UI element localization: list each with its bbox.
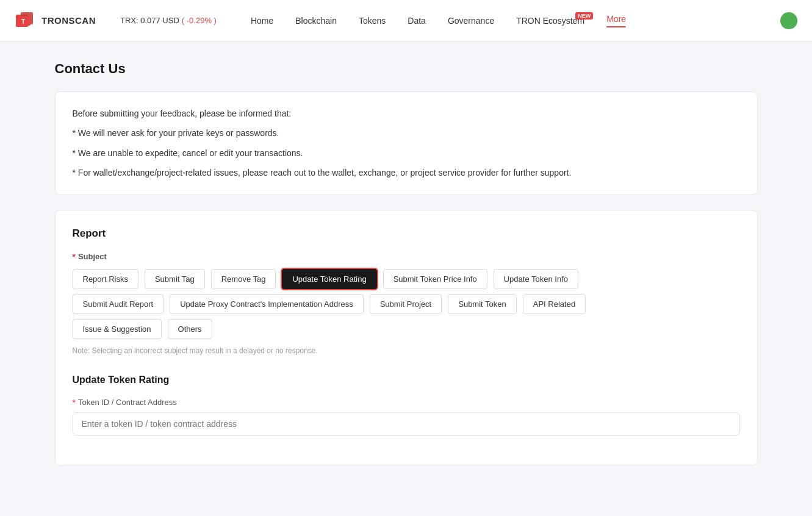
nav-governance[interactable]: Governance	[438, 11, 504, 30]
btn-submit-audit-report[interactable]: Submit Audit Report	[73, 294, 164, 314]
token-id-input[interactable]	[73, 412, 740, 435]
info-warning-2: * We are unable to expedite, cancel or e…	[73, 146, 740, 160]
subject-buttons: Report Risks Submit Tag Remove Tag Updat…	[73, 269, 740, 289]
header: T TRONSCAN TRX: 0.077 USD( -0.29% ) Home…	[0, 0, 812, 41]
new-badge: NEW	[575, 12, 593, 20]
main-nav: Home Blockchain Tokens Data Governance T…	[241, 9, 780, 32]
subject-note: Note: Selecting an incorrect subject may…	[73, 346, 740, 355]
nav-tokens[interactable]: Tokens	[349, 11, 395, 30]
btn-issue-suggestion[interactable]: Issue & Suggestion	[73, 319, 162, 339]
btn-update-proxy[interactable]: Update Proxy Contract's Implementation A…	[170, 294, 364, 314]
required-star-2: *	[73, 398, 76, 407]
token-id-field: * Token ID / Contract Address	[73, 398, 740, 435]
header-right	[780, 12, 797, 29]
nav-data[interactable]: Data	[398, 11, 436, 30]
logo-icon: T	[15, 10, 37, 32]
subject-buttons-row3: Issue & Suggestion Others	[73, 319, 740, 339]
form-section-title: Update Token Rating	[73, 374, 740, 385]
btn-api-related[interactable]: API Related	[523, 294, 586, 314]
btn-submit-tag[interactable]: Submit Tag	[145, 269, 205, 289]
main-content: Contact Us Before submitting your feedba…	[40, 41, 772, 500]
logo-area[interactable]: T TRONSCAN	[15, 10, 96, 32]
nav-blockchain[interactable]: Blockchain	[286, 11, 347, 30]
trx-price: TRX: 0.077 USD( -0.29% )	[120, 16, 217, 25]
logo-text: TRONSCAN	[41, 15, 96, 26]
subject-buttons-row2: Submit Audit Report Update Proxy Contrac…	[73, 294, 740, 314]
nav-more[interactable]: More	[597, 9, 636, 32]
info-warning-1: * We will never ask for your private key…	[73, 126, 740, 140]
btn-update-token-rating[interactable]: Update Token Rating	[282, 269, 376, 289]
info-warning-3: * For wallet/exchange/project-related is…	[73, 166, 740, 179]
btn-submit-token-price-info[interactable]: Submit Token Price Info	[383, 269, 487, 289]
form-section: Update Token Rating * Token ID / Contrac…	[73, 374, 740, 435]
btn-others[interactable]: Others	[168, 319, 212, 339]
nav-home[interactable]: Home	[241, 11, 283, 30]
required-star: *	[73, 252, 76, 262]
nav-tron-ecosystem[interactable]: TRON Ecosystem NEW	[506, 11, 594, 30]
subject-label: * Subject	[73, 252, 740, 262]
info-box: Before submitting your feedback, please …	[55, 91, 758, 195]
svg-text:T: T	[21, 18, 25, 25]
report-section-title: Report	[73, 228, 740, 240]
btn-submit-token[interactable]: Submit Token	[448, 294, 517, 314]
report-box: Report * Subject Report Risks Submit Tag…	[55, 210, 758, 465]
info-intro: Before submitting your feedback, please …	[73, 107, 740, 120]
btn-report-risks[interactable]: Report Risks	[73, 269, 138, 289]
btn-update-token-info[interactable]: Update Token Info	[494, 269, 578, 289]
user-avatar[interactable]	[780, 12, 797, 29]
token-id-label: * Token ID / Contract Address	[73, 398, 740, 407]
btn-remove-tag[interactable]: Remove Tag	[211, 269, 276, 289]
btn-submit-project[interactable]: Submit Project	[370, 294, 442, 314]
page-title: Contact Us	[55, 61, 758, 77]
